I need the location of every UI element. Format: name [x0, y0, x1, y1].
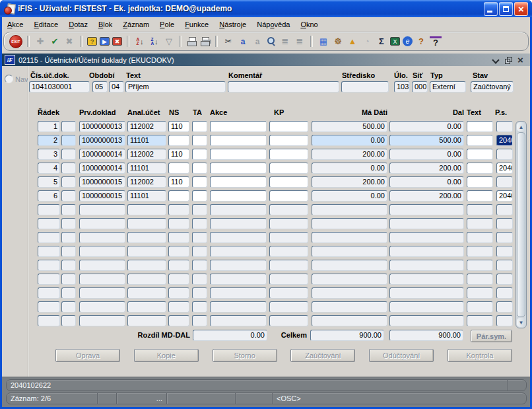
grid-cell-anal-row1[interactable]: 112002	[127, 121, 166, 132]
grid-cell-ns-row10[interactable]	[168, 246, 189, 257]
grid-cell-ns-row14[interactable]	[168, 301, 189, 313]
grid-cell-akce-row11[interactable]	[210, 260, 267, 271]
grid-cell-akce-row9[interactable]	[210, 232, 267, 243]
grid-cell-anal-row11[interactable]	[127, 260, 166, 271]
grid-cell-prv-row6[interactable]: 1000000015	[79, 190, 125, 202]
grid-cell-anal-row5[interactable]: 112002	[127, 176, 166, 188]
grid-cell-anal-row4[interactable]: 11101	[127, 163, 166, 174]
grid-cell-text-row4[interactable]	[467, 163, 493, 174]
grid-cell-text-row10[interactable]	[467, 246, 493, 257]
menu-item-akce[interactable]: Akce	[2, 19, 28, 30]
grid-cell-ta-row9[interactable]	[192, 232, 207, 243]
form-close-icon[interactable]	[517, 56, 525, 64]
menu-item-editace[interactable]: Editace	[28, 19, 63, 30]
grid-cell-prv-row7[interactable]	[79, 204, 125, 215]
grid-cell-c2-row15[interactable]	[61, 315, 76, 326]
grid-cell-text-row3[interactable]	[467, 149, 493, 160]
menu-item-pole[interactable]: Pole	[154, 19, 180, 30]
close-button[interactable]	[514, 2, 528, 16]
grid-cell-prv-row3[interactable]: 1000000014	[79, 149, 125, 160]
grid-cell-akce-row6[interactable]	[210, 190, 267, 202]
grid-cell-text-row5[interactable]	[467, 176, 493, 188]
grid-cell-ps-row4[interactable]: 2040	[496, 163, 513, 174]
grid-cell-radek-row7[interactable]	[38, 204, 60, 215]
grid-cell-kp-row4[interactable]	[269, 163, 308, 174]
grid-cell-radek-row10[interactable]	[38, 246, 60, 257]
grid-cell-ta-row2[interactable]	[192, 135, 207, 146]
grid-cell-md-row6[interactable]: 0.00	[312, 190, 387, 202]
grid-cell-ps-row8[interactable]	[496, 218, 513, 229]
grid-cell-kp-row2[interactable]	[269, 135, 308, 146]
print-icon[interactable]	[187, 37, 197, 46]
grid-cell-dal-row6[interactable]: 200.00	[389, 190, 464, 202]
grid-cell-ta-row6[interactable]	[192, 190, 207, 202]
grid-cell-ta-row7[interactable]	[192, 204, 207, 215]
grid-cell-md-row14[interactable]	[312, 301, 387, 313]
grid-cell-radek-row2[interactable]: 2	[38, 135, 60, 146]
grid-cell-ps-row1[interactable]	[496, 121, 513, 132]
field-komentar[interactable]	[228, 81, 339, 93]
grid-cell-text-row9[interactable]	[467, 232, 493, 243]
grid-cell-md-row7[interactable]	[312, 204, 387, 215]
grid-cell-akce-row4[interactable]	[210, 163, 267, 174]
grid-cell-akce-row2[interactable]	[210, 135, 267, 146]
grid-cell-ns-row11[interactable]	[168, 260, 189, 271]
helm-icon[interactable]: ☸	[332, 36, 344, 48]
grid-cell-ps-row6[interactable]: 2040	[496, 190, 513, 202]
grid-cell-dal-row13[interactable]	[389, 287, 464, 299]
grid-cell-kp-row14[interactable]	[269, 301, 308, 313]
grid-cell-anal-row9[interactable]	[127, 232, 166, 243]
grid-cell-md-row8[interactable]	[312, 218, 387, 229]
grid-cell-ta-row4[interactable]	[192, 163, 207, 174]
grid-cell-c2-row1[interactable]	[61, 121, 76, 132]
grid-cell-prv-row12[interactable]	[79, 274, 125, 285]
grid-cell-anal-row13[interactable]	[127, 287, 166, 299]
grid-cell-text-row15[interactable]	[467, 315, 493, 326]
menu-item-okno[interactable]: Okno	[295, 19, 323, 30]
grid-cell-md-row9[interactable]	[312, 232, 387, 243]
grid-cell-text-row6[interactable]	[467, 190, 493, 202]
grid-cell-anal-row10[interactable]	[127, 246, 166, 257]
grid-cell-akce-row1[interactable]	[210, 121, 267, 132]
grid-cell-prv-row1[interactable]: 1000000013	[79, 121, 125, 132]
grid-cell-c2-row14[interactable]	[61, 301, 76, 313]
grid-cell-ps-row7[interactable]	[496, 204, 513, 215]
grid-cell-radek-row4[interactable]: 4	[38, 163, 60, 174]
grid-cell-anal-row8[interactable]	[127, 218, 166, 229]
grid-cell-c2-row7[interactable]	[61, 204, 76, 215]
print-multiple-icon[interactable]	[200, 37, 211, 46]
maximize-button[interactable]	[499, 2, 513, 16]
grid-cell-anal-row2[interactable]: 11101	[127, 135, 166, 146]
grid-cell-dal-row10[interactable]	[389, 246, 464, 257]
oductovani-button[interactable]: Odúčtování	[369, 349, 434, 362]
grid-cell-prv-row15[interactable]	[79, 315, 125, 326]
grid-cell-anal-row12[interactable]	[127, 274, 166, 285]
grid-cell-kp-row15[interactable]	[269, 315, 308, 326]
grid-cell-akce-row7[interactable]	[210, 204, 267, 215]
grid-cell-prv-row14[interactable]	[79, 301, 125, 313]
grid-cell-ta-row11[interactable]	[192, 260, 207, 271]
storno-button[interactable]: Storno	[213, 349, 277, 362]
grid-cell-ns-row15[interactable]	[168, 315, 189, 326]
grid-cell-ta-row8[interactable]	[192, 218, 207, 229]
filter-icon[interactable]: ▽	[163, 36, 175, 48]
menu-item-funkce[interactable]: Funkce	[180, 19, 214, 30]
menu-item-dotaz[interactable]: Dotaz	[63, 19, 93, 30]
grid-cell-radek-row8[interactable]	[38, 218, 60, 229]
grid-cell-ns-row3[interactable]: 110	[168, 149, 189, 160]
grid-cell-ps-row12[interactable]	[496, 274, 513, 285]
grid-cell-kp-row6[interactable]	[269, 190, 308, 202]
kopie-button[interactable]: Kopie	[134, 349, 199, 362]
grid-cell-md-row1[interactable]: 500.00	[312, 121, 387, 132]
grid-cell-kp-row3[interactable]	[269, 149, 308, 160]
grid-cell-ta-row10[interactable]	[192, 246, 207, 257]
grid-cell-akce-row5[interactable]	[210, 176, 267, 188]
grid-cell-ns-row9[interactable]	[168, 232, 189, 243]
grid-cell-ps-row14[interactable]	[496, 301, 513, 313]
grid-cell-ns-row7[interactable]	[168, 204, 189, 215]
grid-cell-text-row1[interactable]	[467, 121, 493, 132]
grid-cell-c2-row4[interactable]	[61, 163, 76, 174]
grid-cell-akce-row15[interactable]	[210, 315, 267, 326]
grid-cell-ps-row5[interactable]	[496, 176, 513, 188]
grid-cell-kp-row8[interactable]	[269, 218, 308, 229]
